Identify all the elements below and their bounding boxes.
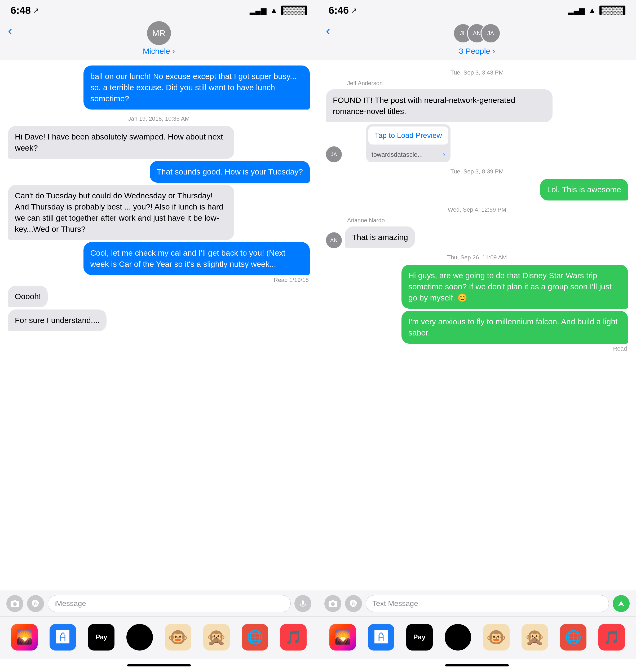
dock-right: 🌄 🅰 Pay ⬤ 🐵 🙊 🌐 🎵: [318, 616, 636, 659]
link-preview[interactable]: Tap to Load Preview towardsdatascie... ›: [366, 124, 451, 162]
messages-area-right: Tue, Sep 3, 3:43 PM Jeff Anderson FOUND …: [318, 60, 636, 591]
time-right: 6:46: [329, 5, 349, 16]
apps-icon-left[interactable]: 🅐: [27, 595, 44, 612]
home-bar-right: [445, 664, 509, 667]
input-bar-right: 🅐 Text Message: [318, 591, 636, 616]
signal-icon-right: ▂▄▆: [568, 6, 585, 15]
bubble-row: I'm very anxious to fly to millennium fa…: [326, 311, 628, 344]
message-bubble[interactable]: Cool, let me check my cal and I'll get b…: [83, 242, 310, 275]
message-bubble[interactable]: Hi Dave! I have been absolutely swamped.…: [8, 126, 234, 159]
message-bubble[interactable]: Can't do Tuesday but could do Wednesday …: [8, 185, 234, 240]
message-bubble[interactable]: Ooooh!: [8, 286, 48, 307]
message-bubble[interactable]: For sure I understand....: [8, 309, 106, 331]
applepay-icon[interactable]: Pay: [88, 624, 115, 651]
signal-icon-left: ▂▄▆: [250, 6, 266, 15]
activity-icon[interactable]: ⬤: [126, 624, 153, 651]
memoji1-icon-r[interactable]: 🐵: [483, 624, 510, 651]
globe-icon-r[interactable]: 🌐: [560, 624, 587, 651]
avatar-an-msg: AN: [326, 232, 342, 248]
status-bar-right: 6:46 ↗ ▂▄▆ ▲ ▓▓▓▓: [318, 0, 636, 19]
sender-label: Jeff Anderson: [347, 80, 628, 87]
bubble-row: Lol. This is awesome: [326, 179, 628, 200]
nav-bar-left: ‹ MR Michele ›: [0, 19, 318, 60]
bubble-row: Hi Dave! I have been absolutely swamped.…: [8, 126, 310, 159]
appstore-icon-r[interactable]: 🅰: [368, 624, 394, 651]
svg-rect-3: [302, 600, 304, 604]
timestamp: Wed, Sep 4, 12:59 PM: [326, 206, 628, 213]
location-icon-right: ↗: [351, 6, 357, 15]
photos-icon[interactable]: 🌄: [11, 624, 38, 651]
message-input-left[interactable]: iMessage: [48, 595, 291, 612]
voice-btn-left[interactable]: [294, 595, 311, 612]
bubble-row: Can't do Tuesday but could do Wednesday …: [8, 185, 310, 240]
memoji2-icon[interactable]: 🙊: [203, 624, 230, 651]
timestamp: Tue, Sep 3, 8:39 PM: [326, 168, 628, 175]
camera-icon-left[interactable]: [6, 595, 23, 612]
location-icon-left: ↗: [33, 6, 39, 15]
message-input-right[interactable]: Text Message: [366, 595, 609, 612]
status-icons-right: ▂▄▆ ▲ ▓▓▓▓: [568, 5, 625, 15]
group-avatars: JL AN JA: [453, 21, 501, 45]
battery-icon-right: ▓▓▓▓: [599, 5, 625, 15]
memoji1-icon[interactable]: 🐵: [165, 624, 191, 651]
svg-rect-2: [14, 600, 16, 601]
wifi-icon-right: ▲: [589, 6, 596, 15]
message-bubble[interactable]: That sounds good. How is your Tuesday?: [150, 161, 310, 183]
contact-avatar-left: MR: [147, 21, 171, 45]
bubble-row: Hi guys, are we going to do that Disney …: [326, 265, 628, 309]
timestamp: Jan 19, 2018, 10:35 AM: [8, 115, 310, 122]
bubble-row: FOUND IT! The post with neural-network-g…: [326, 89, 628, 122]
message-bubble[interactable]: FOUND IT! The post with neural-network-g…: [326, 89, 553, 122]
message-bubble[interactable]: ball on our lunch! No excuse except that…: [83, 65, 310, 110]
music-icon-r[interactable]: 🎵: [598, 624, 625, 651]
read-receipt-right: Read: [326, 345, 627, 352]
svg-point-1: [13, 602, 17, 606]
nav-bar-right: ‹ JL AN JA 3 People ›: [318, 19, 636, 60]
input-bar-left: 🅐 iMessage: [0, 591, 318, 616]
battery-icon-left: ▓▓▓▓: [281, 5, 307, 15]
dock-left: 🌄 🅰 Pay ⬤ 🐵 🙊 🌐 🎵: [0, 616, 318, 659]
home-bar-left: [127, 664, 191, 667]
globe-icon[interactable]: 🌐: [242, 624, 268, 651]
link-preview-row: JA Tap to Load Preview towardsdatascie..…: [326, 124, 628, 162]
status-bar-left: 6:48 ↗ ▂▄▆ ▲ ▓▓▓▓: [0, 0, 318, 19]
message-bubble[interactable]: That is amazing: [345, 227, 415, 248]
left-phone: 6:48 ↗ ▂▄▆ ▲ ▓▓▓▓ ‹ MR Michele › ball on…: [0, 0, 318, 672]
memoji2-icon-r[interactable]: 🙊: [521, 624, 548, 651]
apps-icon-right[interactable]: 🅐: [345, 595, 362, 612]
music-icon[interactable]: 🎵: [280, 624, 306, 651]
back-button-left[interactable]: ‹: [8, 23, 13, 38]
activity-icon-r[interactable]: ⬤: [445, 624, 471, 651]
avatar-ja-preview: JA: [326, 147, 342, 162]
messages-area-left: ball on our lunch! No excuse except that…: [0, 60, 318, 591]
home-indicator-left: [0, 659, 318, 672]
camera-icon-right[interactable]: [324, 595, 341, 612]
svg-rect-8: [332, 600, 334, 601]
applepay-icon-r[interactable]: Pay: [406, 624, 433, 651]
appstore-icon[interactable]: 🅰: [49, 624, 76, 651]
message-bubble[interactable]: Hi guys, are we going to do that Disney …: [401, 265, 628, 309]
tap-to-load[interactable]: Tap to Load Preview: [369, 127, 449, 145]
status-icons-left: ▂▄▆ ▲ ▓▓▓▓: [250, 5, 307, 15]
bubble-row: Cool, let me check my cal and I'll get b…: [8, 242, 310, 275]
photos-icon-r[interactable]: 🌄: [330, 624, 356, 651]
bubble-row: ball on our lunch! No excuse except that…: [8, 65, 310, 110]
link-url: towardsdatascie... ›: [366, 147, 451, 162]
timestamp: Thu, Sep 26, 11:09 AM: [326, 254, 628, 261]
sender-label: Arianne Nardo: [347, 217, 628, 224]
bubble-row: For sure I understand....: [8, 309, 310, 331]
read-receipt-left: Read 1/19/18: [8, 276, 309, 284]
bubble-row: AN That is amazing: [326, 227, 628, 248]
timestamp: Tue, Sep 3, 3:43 PM: [326, 69, 628, 76]
time-left: 6:48: [11, 5, 31, 16]
svg-marker-9: [618, 601, 624, 606]
home-indicator-right: [318, 659, 636, 672]
message-bubble[interactable]: I'm very anxious to fly to millennium fa…: [401, 311, 628, 344]
bubble-row: Ooooh!: [8, 286, 310, 307]
contact-name-left[interactable]: Michele ›: [143, 47, 175, 56]
group-name-right[interactable]: 3 People ›: [459, 47, 495, 56]
back-button-right[interactable]: ‹: [326, 23, 331, 38]
send-btn-right[interactable]: [613, 595, 630, 612]
right-phone: 6:46 ↗ ▂▄▆ ▲ ▓▓▓▓ ‹ JL AN JA 3 People › …: [318, 0, 636, 672]
message-bubble[interactable]: Lol. This is awesome: [540, 179, 628, 200]
